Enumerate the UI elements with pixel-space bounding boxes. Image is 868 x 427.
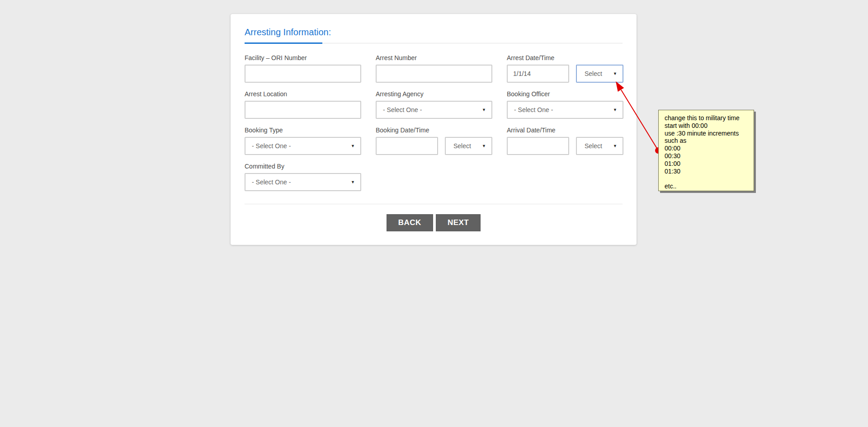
- committed-by-select-value: - Select One -: [252, 178, 291, 186]
- page-title: Arresting Information:: [245, 27, 623, 38]
- note-line: such as: [665, 137, 750, 145]
- caret-down-icon: ▼: [351, 180, 355, 184]
- booking-time-select[interactable]: Select ▼: [445, 137, 492, 155]
- note-line: 01:30: [665, 168, 750, 175]
- note-line: etc..: [665, 183, 750, 190]
- arrival-datetime-label: Arrival Date/Time: [507, 127, 623, 134]
- note-line: use :30 minute increments: [665, 130, 750, 137]
- annotation-arrow: [610, 77, 663, 156]
- caret-down-icon: ▼: [482, 144, 486, 148]
- committed-by-label: Committed By: [245, 163, 361, 170]
- caret-down-icon: ▼: [613, 71, 617, 76]
- annotation-note: change this to military time start with …: [658, 110, 754, 191]
- title-divider-accent: [245, 42, 322, 44]
- arrival-time-select-value: Select: [585, 142, 602, 150]
- note-line: 01:00: [665, 160, 750, 168]
- committed-by-select[interactable]: - Select One - ▼: [245, 173, 361, 191]
- booking-time-select-value: Select: [453, 142, 471, 150]
- field-arrest-number: Arrest Number: [376, 54, 492, 83]
- booking-type-label: Booking Type: [245, 127, 361, 134]
- back-button[interactable]: BACK: [387, 214, 433, 231]
- arresting-agency-select[interactable]: - Select One - ▼: [376, 101, 492, 119]
- footer-divider: [245, 204, 623, 204]
- field-arrest-datetime: Arrest Date/Time Select ▼: [507, 54, 623, 83]
- booking-officer-select[interactable]: - Select One - ▼: [507, 101, 623, 119]
- field-booking-type: Booking Type - Select One - ▼: [245, 127, 361, 155]
- note-line: start with 00:00: [665, 122, 750, 130]
- field-arrest-location: Arrest Location: [245, 90, 361, 119]
- page-background: { "card": { "title": "Arresting Informat…: [0, 0, 868, 427]
- caret-down-icon: ▼: [351, 144, 355, 148]
- arresting-agency-select-value: - Select One -: [383, 106, 422, 113]
- booking-officer-select-value: - Select One -: [514, 106, 553, 113]
- arrest-datetime-label: Arrest Date/Time: [507, 54, 623, 61]
- facility-ori-input[interactable]: [245, 65, 361, 83]
- arrest-time-select-value: Select: [585, 70, 602, 77]
- arrest-number-input[interactable]: [376, 65, 492, 83]
- arrest-location-input[interactable]: [245, 101, 361, 119]
- arrival-date-input[interactable]: [507, 137, 569, 155]
- field-booking-officer: Booking Officer - Select One - ▼: [507, 90, 623, 119]
- note-line: [665, 175, 750, 183]
- booking-officer-label: Booking Officer: [507, 90, 623, 98]
- note-line: 00:30: [665, 152, 750, 160]
- arresting-agency-label: Arresting Agency: [376, 90, 492, 98]
- field-arrival-datetime: Arrival Date/Time Select ▼: [507, 127, 623, 155]
- booking-type-select-value: - Select One -: [252, 142, 291, 150]
- note-line: 00:00: [665, 145, 750, 152]
- next-button[interactable]: NEXT: [436, 214, 481, 231]
- button-row: BACK NEXT: [245, 214, 623, 231]
- arresting-information-form: Facility – ORI Number Arrest Number Arre…: [245, 54, 623, 199]
- field-facility-ori: Facility – ORI Number: [245, 54, 361, 83]
- booking-date-input[interactable]: [376, 137, 438, 155]
- facility-ori-label: Facility – ORI Number: [245, 54, 361, 61]
- note-line: change this to military time: [665, 114, 750, 122]
- field-booking-datetime: Booking Date/Time Select ▼: [376, 127, 492, 155]
- booking-datetime-label: Booking Date/Time: [376, 127, 492, 134]
- arrest-date-input[interactable]: [507, 65, 569, 83]
- booking-type-select[interactable]: - Select One - ▼: [245, 137, 361, 155]
- arresting-information-card: Arresting Information: Facility – ORI Nu…: [231, 14, 637, 245]
- arrest-location-label: Arrest Location: [245, 90, 361, 98]
- field-arresting-agency: Arresting Agency - Select One - ▼: [376, 90, 492, 119]
- title-divider: [245, 42, 623, 43]
- arrest-number-label: Arrest Number: [376, 54, 492, 61]
- field-committed-by: Committed By - Select One - ▼: [245, 163, 361, 191]
- caret-down-icon: ▼: [482, 108, 486, 112]
